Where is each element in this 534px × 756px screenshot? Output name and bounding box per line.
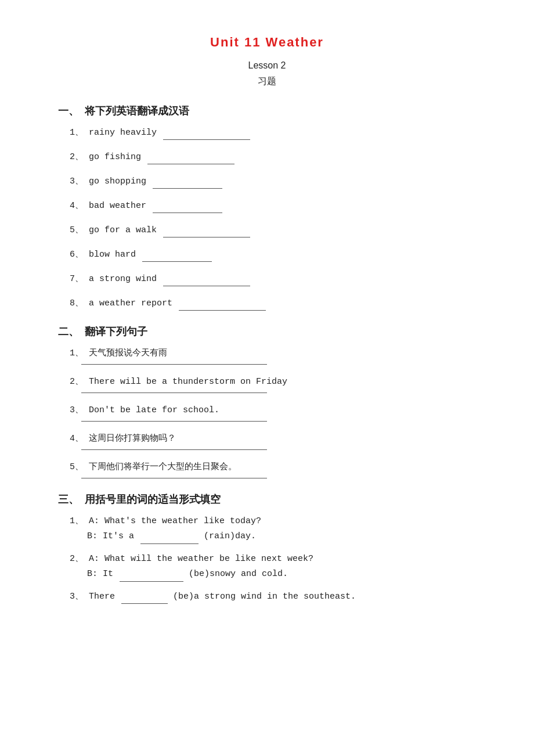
lesson-subtitle: Lesson 2 (58, 60, 476, 71)
answer-blank (140, 535, 199, 544)
answer-blank (147, 155, 234, 164)
q-text: go fishing (89, 152, 141, 162)
list-item: 4、 这周日你打算购物吗？ (70, 432, 476, 446)
q-num: 2、 (70, 152, 84, 162)
answer-blank (179, 301, 266, 311)
sub-item: B: It's a (rain)day. (70, 528, 476, 544)
q-text: blow hard (89, 250, 136, 260)
sub-item: B: It (be)snowy and cold. (70, 566, 476, 582)
list-item: 5、 下周他们将举行一个大型的生日聚会。 (70, 460, 476, 474)
q-num: 5、 (70, 462, 84, 472)
answer-blank (163, 131, 250, 140)
section-3-heading: 用括号里的词的适当形式填空 (85, 492, 221, 506)
q-text: There (89, 592, 120, 602)
list-item: 2、 There will be a thunderstorm on Frida… (70, 375, 476, 389)
q-num: 8、 (70, 298, 84, 308)
exercise-subtitle: 习题 (58, 75, 476, 88)
answer-blank (121, 595, 168, 604)
q-num: 3、 (70, 592, 84, 602)
section-2-header: 二、 翻译下列句子 (58, 325, 476, 339)
list-item: 1、 天气预报说今天有雨 (70, 347, 476, 361)
q-num: 1、 (70, 128, 84, 138)
page-title: Unit 11 Weather (58, 35, 476, 50)
answer-line (81, 478, 267, 478)
answer-blank (163, 228, 250, 237)
q-num: 3、 (70, 177, 84, 186)
q-text: 天气预报说今天有雨 (89, 348, 167, 358)
q-num: 4、 (70, 434, 84, 444)
answer-line (81, 393, 267, 393)
list-item: 6、 blow hard (70, 248, 476, 262)
section-2: 二、 翻译下列句子 1、 天气预报说今天有雨 2、 There will be … (58, 325, 476, 478)
q-text: a weather report (89, 298, 172, 308)
list-item: 8、 a weather report (70, 297, 476, 311)
list-item: 5、 go for a walk (70, 224, 476, 237)
section-2-heading: 翻译下列句子 (85, 325, 147, 339)
section-1-header: 一、 将下列英语翻译成汉语 (58, 104, 476, 118)
list-item: 4、 bad weather (70, 199, 476, 213)
section-1: 一、 将下列英语翻译成汉语 1、 rainy heavily 2、 go fis… (58, 104, 476, 311)
section-3: 三、 用括号里的词的适当形式填空 1、 A: What's the weathe… (58, 492, 476, 604)
q-text: There will be a thunderstorm on Friday (89, 377, 287, 387)
section-3-num: 三、 (58, 492, 79, 506)
section-2-list: 1、 天气预报说今天有雨 2、 There will be a thunders… (58, 347, 476, 478)
answer-blank (153, 204, 222, 213)
list-item: 7、 a strong wind (70, 272, 476, 286)
q-text: 这周日你打算购物吗？ (89, 434, 176, 444)
list-item: 3、 There (be)a strong wind in the southe… (70, 590, 476, 604)
q-num: 5、 (70, 225, 84, 235)
q-text: a strong wind (89, 274, 157, 284)
section-3-list: 1、 A: What's the weather like today? B: … (58, 514, 476, 604)
q-text: bad weather (89, 201, 146, 211)
answer-line (81, 421, 267, 422)
q-text: A: What's the weather like today? (89, 516, 261, 526)
section-1-list: 1、 rainy heavily 2、 go fishing 3、 go sho… (58, 126, 476, 311)
q-num: 2、 (70, 554, 84, 564)
answer-blank (163, 277, 250, 286)
section-2-num: 二、 (58, 325, 79, 339)
q-text: go shopping (89, 177, 146, 186)
section-3-header: 三、 用括号里的词的适当形式填空 (58, 492, 476, 506)
q-num: 6、 (70, 250, 84, 260)
section-1-heading: 将下列英语翻译成汉语 (85, 104, 189, 118)
q-text: 下周他们将举行一个大型的生日聚会。 (89, 462, 237, 472)
answer-blank (142, 253, 212, 262)
q-num: 3、 (70, 405, 84, 415)
answer-blank (120, 573, 183, 582)
q-text: go for a walk (89, 225, 157, 235)
list-item: 2、 A: What will the weather be like next… (70, 552, 476, 582)
list-item: 1、 A: What's the weather like today? B: … (70, 514, 476, 544)
answer-blank (153, 179, 222, 189)
q-num: 4、 (70, 201, 84, 211)
answer-line (81, 364, 267, 365)
list-item: 2、 go fishing (70, 150, 476, 164)
q-num: 1、 (70, 348, 84, 358)
answer-line (81, 449, 267, 450)
q-text: Don't be late for school. (89, 405, 219, 415)
q-num: 1、 (70, 516, 84, 526)
section-1-num: 一、 (58, 104, 79, 118)
q-text: A: What will the weather be like next we… (89, 554, 313, 564)
list-item: 3、 Don't be late for school. (70, 404, 476, 417)
q-num: 2、 (70, 377, 84, 387)
list-item: 1、 rainy heavily (70, 126, 476, 140)
list-item: 3、 go shopping (70, 175, 476, 189)
q-num: 7、 (70, 274, 84, 284)
q-text: rainy heavily (89, 128, 157, 138)
